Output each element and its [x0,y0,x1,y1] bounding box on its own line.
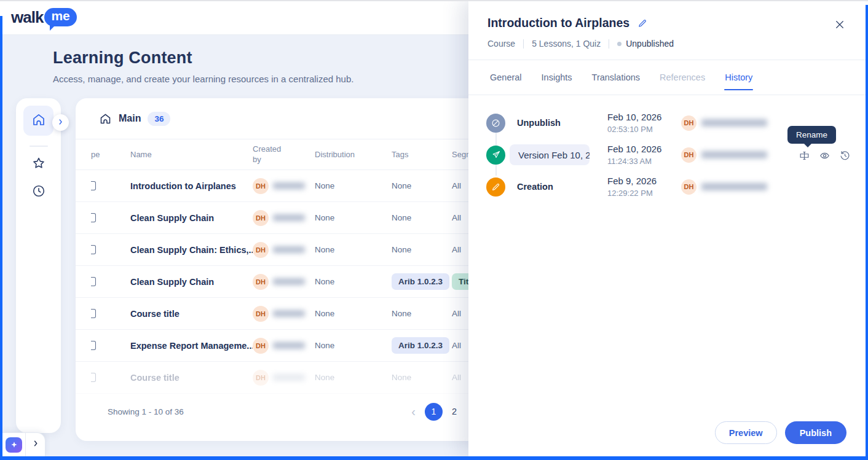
panel-tabs: General Insights Translations References… [468,60,866,95]
pagination-page-1[interactable]: 1 [425,403,443,421]
avatar: DH [253,242,269,258]
col-name[interactable]: Name [130,150,253,159]
col-distribution[interactable]: Distribution [315,150,392,159]
recent-clock-icon[interactable] [31,184,46,198]
rename-icon[interactable] [799,150,810,162]
creation-pencil-icon [486,177,505,197]
sparkle-icon [6,437,22,453]
col-tags[interactable]: Tags [392,150,452,159]
table-column-headers: pe Name Created by Distribution Tags Seg… [76,139,481,170]
distribution-value: None [315,181,392,190]
redacted-name [273,278,305,285]
frame-border-right [866,5,868,460]
folder-name[interactable]: Main [119,113,141,124]
avatar: DH [253,338,269,354]
type-icon [91,245,96,254]
widget-expand-button[interactable] [26,433,45,456]
app-screen: walk me Learning Content Access, manage,… [0,0,868,460]
type-icon [91,373,96,382]
page-title: Learning Content [53,49,353,68]
row-name[interactable]: Expense Report Manageme... [130,341,253,351]
restore-version-icon[interactable] [839,150,851,162]
tab-history[interactable]: History [724,69,753,86]
tab-translations[interactable]: Translations [591,69,641,86]
created-by-cell: DH [253,210,315,226]
pagination-prev-icon[interactable]: ‹ [411,405,416,418]
edit-pencil-icon[interactable] [637,18,648,28]
publish-button[interactable]: Publish [785,421,846,444]
table-row[interactable]: Course title DH None None All [76,298,481,330]
walkme-logo[interactable]: walk me [11,8,77,27]
type-icon [91,341,96,350]
folder-header: Main 36 [76,98,481,139]
rename-tooltip: Rename [787,126,836,144]
col-created-by[interactable]: Created by [253,144,286,165]
panel-actions: Preview Publish [715,421,846,444]
meta-divider [523,39,524,49]
folder-home-icon [99,112,112,125]
preview-eye-icon[interactable] [819,150,831,162]
assistant-widget [2,432,45,456]
row-name[interactable]: Clean Supply Chain [130,277,253,287]
redacted-name [701,119,767,127]
row-name[interactable]: Course title [130,373,253,383]
distribution-value: None [315,373,392,382]
history-time: 11:24:33 AM [607,157,681,166]
panel-title: Introduction to Airplanes [487,16,629,30]
avatar: DH [253,306,269,322]
meta-divider [609,39,609,49]
sidebar-divider [30,146,48,147]
table-footer: Showing 1 - 10 of 36 ‹ 1 2 [76,394,481,429]
history-date: Feb 10, 2026 [607,144,681,154]
history-date: Feb 9, 2026 [607,176,681,186]
redacted-name [701,151,767,158]
assistant-button[interactable] [2,433,26,456]
status-badge: Unpublished [617,39,674,49]
created-by-cell: DH [253,338,315,354]
item-count-badge: 36 [148,112,170,126]
tab-insights[interactable]: Insights [541,69,573,86]
preview-button[interactable]: Preview [715,421,777,444]
distribution-value: None [315,309,392,318]
row-name[interactable]: Course title [130,309,253,319]
table-row[interactable]: Clean Supply Chain DH None Arib 1.0.2.3 … [76,266,481,298]
table-row[interactable]: Course title DH None None All [76,362,481,394]
tag-chip[interactable]: Arib 1.0.2.3 [392,337,449,354]
sidebar-item-home[interactable] [23,106,53,136]
chevron-right-icon [57,117,65,128]
unpublish-icon [486,114,505,133]
tags-value: None [392,245,452,254]
chevron-right-icon [31,439,40,450]
panel-meta: Course 5 Lessons, 1 Quiz Unpublished [487,39,847,49]
avatar: DH [681,179,696,195]
table-row[interactable]: Expense Report Manageme... DH None Arib … [76,330,481,362]
row-name[interactable]: Introduction to Airplanes [130,181,253,191]
page-subtitle: Access, manage, and create your learning… [53,74,353,84]
tab-references[interactable]: References [659,69,706,86]
version-name-input[interactable]: Version Feb 10, 20 [510,144,590,165]
history-date: Feb 10, 2026 [607,112,681,122]
table-row[interactable]: Clean Supply Chain: Ethics,... DH None N… [76,234,481,266]
favorites-star-icon[interactable] [31,156,46,171]
col-type[interactable]: pe [91,150,130,159]
tab-general[interactable]: General [489,69,523,86]
close-icon[interactable] [834,19,845,30]
sidebar-expand-button[interactable] [52,114,69,131]
pagination-page-2[interactable]: 2 [452,407,457,416]
logo-text-walk: walk [11,8,43,27]
lessons-count: 5 Lessons, 1 Quiz [532,39,601,49]
status-dot-icon [617,42,621,46]
tags-value: None [392,213,452,222]
table-row[interactable]: Clean Supply Chain DH None None All [76,202,481,234]
panel-header: Introduction to Airplanes Course 5 Lesso… [468,0,866,60]
row-name[interactable]: Clean Supply Chain [130,213,253,223]
history-row-creation[interactable]: Creation Feb 9, 2026 12:29:22 PM DH [486,173,853,200]
publish-plane-icon [486,146,505,165]
row-name[interactable]: Clean Supply Chain: Ethics,... [130,245,253,255]
logo-bubble-me: me [44,8,76,26]
tag-chip[interactable]: Arib 1.0.2.3 [392,273,449,290]
redacted-name [701,183,767,190]
table-row[interactable]: Introduction to Airplanes DH None None A… [76,170,481,202]
type-icon [91,181,96,190]
created-by-cell: DH [253,178,315,194]
